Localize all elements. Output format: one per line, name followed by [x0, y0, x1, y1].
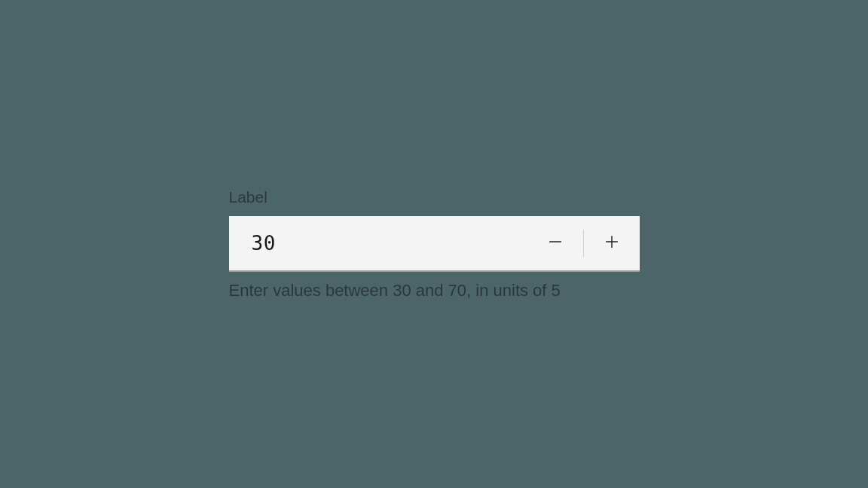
minus-icon — [545, 231, 566, 255]
decrement-button[interactable] — [528, 216, 584, 270]
number-input-field[interactable] — [229, 216, 528, 270]
number-input-container: Label Enter values between 30 and 70, in… — [229, 188, 640, 300]
input-row — [229, 216, 640, 272]
helper-text: Enter values between 30 and 70, in units… — [229, 281, 640, 300]
increment-button[interactable] — [584, 216, 640, 270]
plus-icon — [601, 231, 622, 255]
field-label: Label — [229, 188, 640, 206]
